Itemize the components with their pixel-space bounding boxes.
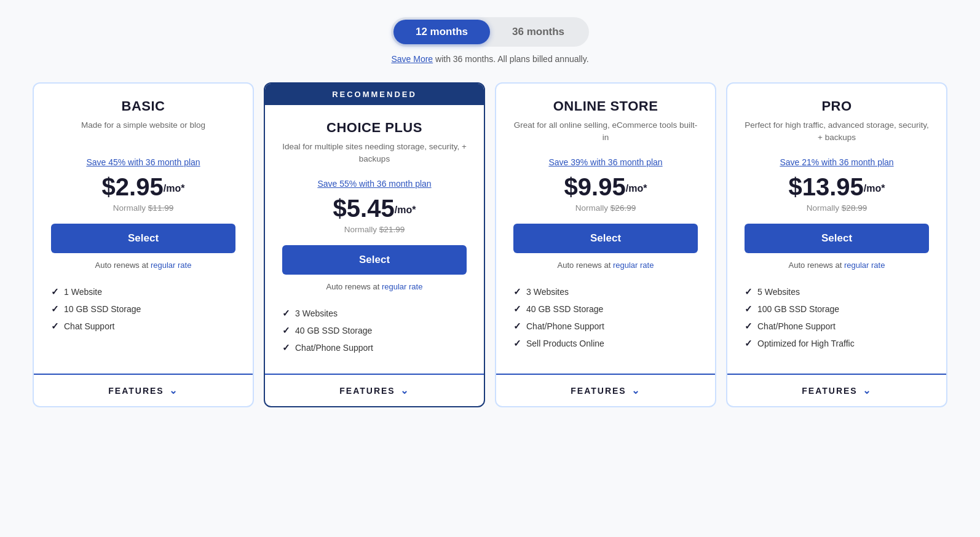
- plan-name-online-store: ONLINE STORE: [513, 98, 698, 114]
- select-button-choice-plus[interactable]: Select: [282, 245, 467, 275]
- regular-rate-link-pro[interactable]: regular rate: [844, 261, 885, 270]
- check-icon: ✓: [282, 325, 290, 336]
- feature-text: Chat/Phone Support: [295, 343, 373, 353]
- price-normal-basic: Normally $11.99: [51, 203, 235, 213]
- features-footer-online-store[interactable]: FEATURES ⌄: [496, 374, 715, 406]
- features-list-online-store: ✓3 Websites✓40 GB SSD Storage✓Chat/Phone…: [513, 283, 698, 352]
- plan-card-basic: BASICMade for a simple website or blogSa…: [33, 82, 254, 407]
- price-suffix-basic: /mo*: [164, 183, 185, 194]
- regular-rate-link-basic[interactable]: regular rate: [151, 261, 191, 270]
- feature-item: ✓100 GB SSD Storage: [745, 300, 929, 318]
- plan-desc-basic: Made for a simple website or blog: [51, 119, 235, 146]
- features-footer-pro[interactable]: FEATURES ⌄: [727, 374, 946, 406]
- price-amount-basic: $2.95: [102, 173, 164, 200]
- feature-item: ✓5 Websites: [745, 283, 929, 300]
- features-label-online-store: FEATURES: [571, 386, 626, 396]
- feature-text: 10 GB SSD Storage: [64, 304, 141, 314]
- check-icon: ✓: [745, 286, 753, 297]
- price-normal-online-store: Normally $26.99: [513, 203, 698, 213]
- price-row-choice-plus: $5.45/mo*: [282, 195, 467, 222]
- feature-item: ✓Chat/Phone Support: [745, 318, 929, 335]
- toggle-12-months[interactable]: 12 months: [393, 20, 490, 44]
- check-icon: ✓: [51, 321, 59, 332]
- regular-rate-link-online-store[interactable]: regular rate: [613, 261, 654, 270]
- chevron-down-icon: ⌄: [169, 385, 178, 396]
- toggle-36-months[interactable]: 36 months: [490, 20, 587, 44]
- feature-item: ✓3 Websites: [513, 283, 698, 300]
- save-more-subtitle: Save More with 36 months. All plans bill…: [391, 54, 588, 64]
- price-row-basic: $2.95/mo*: [51, 173, 235, 201]
- feature-text: 1 Website: [64, 287, 102, 297]
- feature-item: ✓40 GB SSD Storage: [513, 300, 698, 318]
- features-footer-basic[interactable]: FEATURES ⌄: [34, 374, 253, 406]
- check-icon: ✓: [51, 286, 59, 297]
- price-suffix-pro: /mo*: [864, 183, 885, 194]
- save-label-basic[interactable]: Save 45% with 36 month plan: [51, 157, 235, 167]
- feature-text: Chat/Phone Support: [757, 321, 836, 331]
- check-icon: ✓: [745, 338, 753, 349]
- price-normal-pro: Normally $28.99: [745, 203, 929, 213]
- feature-text: 100 GB SSD Storage: [757, 304, 839, 314]
- features-list-pro: ✓5 Websites✓100 GB SSD Storage✓Chat/Phon…: [745, 283, 929, 352]
- price-row-online-store: $9.95/mo*: [513, 173, 698, 201]
- price-suffix-choice-plus: /mo*: [395, 205, 416, 215]
- feature-item: ✓3 Websites: [282, 305, 467, 322]
- plan-name-choice-plus: CHOICE PLUS: [282, 120, 467, 136]
- feature-item: ✓Chat Support: [51, 318, 235, 335]
- select-button-basic[interactable]: Select: [51, 224, 235, 253]
- price-amount-choice-plus: $5.45: [333, 195, 395, 222]
- feature-text: Chat Support: [64, 321, 115, 331]
- feature-text: Optimized for High Traffic: [757, 339, 855, 348]
- feature-text: Chat/Phone Support: [526, 321, 604, 331]
- features-label-choice-plus: FEATURES: [339, 386, 395, 396]
- feature-text: 40 GB SSD Storage: [526, 304, 603, 314]
- price-row-pro: $13.95/mo*: [745, 173, 929, 201]
- features-list-basic: ✓1 Website✓10 GB SSD Storage✓Chat Suppor…: [51, 283, 235, 335]
- plan-card-pro: PROPerfect for high traffic, advanced st…: [726, 82, 947, 407]
- price-normal-choice-plus: Normally $21.99: [282, 225, 467, 234]
- billing-toggle[interactable]: 12 months 36 months: [391, 17, 589, 47]
- plan-card-choice-plus: RECOMMENDEDCHOICE PLUSIdeal for multiple…: [264, 82, 485, 407]
- check-icon: ✓: [282, 342, 290, 353]
- plan-name-pro: PRO: [745, 98, 929, 114]
- select-button-pro[interactable]: Select: [745, 224, 929, 253]
- chevron-down-icon: ⌄: [631, 385, 641, 396]
- feature-item: ✓10 GB SSD Storage: [51, 300, 235, 318]
- features-footer-choice-plus[interactable]: FEATURES ⌄: [265, 374, 484, 406]
- check-icon: ✓: [745, 321, 753, 332]
- save-label-choice-plus[interactable]: Save 55% with 36 month plan: [282, 179, 467, 189]
- auto-renew-choice-plus: Auto renews at regular rate: [282, 282, 467, 291]
- save-label-pro[interactable]: Save 21% with 36 month plan: [745, 157, 929, 167]
- chevron-down-icon: ⌄: [400, 385, 409, 396]
- features-list-choice-plus: ✓3 Websites✓40 GB SSD Storage✓Chat/Phone…: [282, 305, 467, 356]
- check-icon: ✓: [513, 286, 521, 297]
- plan-name-basic: BASIC: [51, 98, 235, 114]
- chevron-down-icon: ⌄: [863, 385, 872, 396]
- check-icon: ✓: [282, 308, 290, 319]
- save-label-online-store[interactable]: Save 39% with 36 month plan: [513, 157, 698, 167]
- recommended-badge: RECOMMENDED: [265, 84, 484, 105]
- price-amount-pro: $13.95: [788, 173, 863, 200]
- save-more-link[interactable]: Save More: [391, 54, 433, 64]
- select-button-online-store[interactable]: Select: [513, 224, 698, 253]
- features-label-basic: FEATURES: [108, 386, 164, 396]
- feature-item: ✓Sell Products Online: [513, 335, 698, 352]
- feature-text: 3 Websites: [295, 308, 338, 318]
- price-suffix-online-store: /mo*: [626, 183, 647, 194]
- feature-text: 5 Websites: [757, 287, 800, 297]
- feature-text: 3 Websites: [526, 287, 569, 297]
- feature-item: ✓Chat/Phone Support: [513, 318, 698, 335]
- features-label-pro: FEATURES: [802, 386, 857, 396]
- plan-card-online-store: ONLINE STOREGreat for all online selling…: [495, 82, 716, 407]
- feature-text: Sell Products Online: [526, 339, 604, 348]
- check-icon: ✓: [51, 304, 59, 315]
- plan-desc-online-store: Great for all online selling, eCommerce …: [513, 119, 698, 146]
- plan-desc-choice-plus: Ideal for multiple sites needing storage…: [282, 141, 467, 168]
- auto-renew-online-store: Auto renews at regular rate: [513, 261, 698, 270]
- regular-rate-link-choice-plus[interactable]: regular rate: [382, 282, 422, 291]
- auto-renew-basic: Auto renews at regular rate: [51, 261, 235, 270]
- check-icon: ✓: [513, 304, 521, 315]
- plan-desc-pro: Perfect for high traffic, advanced stora…: [745, 119, 929, 146]
- feature-item: ✓Chat/Phone Support: [282, 339, 467, 356]
- check-icon: ✓: [745, 304, 753, 315]
